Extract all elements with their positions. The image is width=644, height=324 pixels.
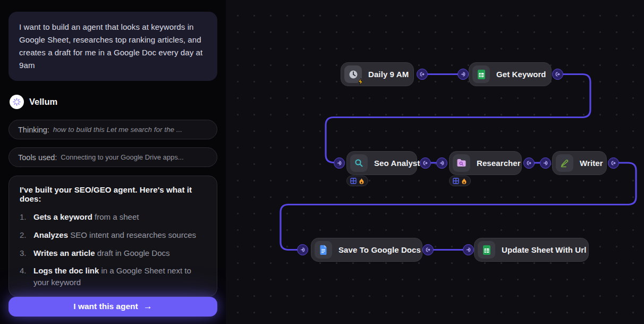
item-text: Logs the doc link in a Google Sheet next… bbox=[33, 265, 206, 288]
node-get-keyword[interactable]: Get Keyword bbox=[469, 62, 552, 86]
magnifier-icon bbox=[350, 154, 368, 172]
tools-used-status[interactable]: Tools used: Connecting to your Google Dr… bbox=[9, 147, 217, 167]
port-in-icon[interactable] bbox=[334, 157, 345, 169]
port-in-icon[interactable] bbox=[540, 157, 551, 169]
port-out-icon[interactable] bbox=[552, 69, 563, 80]
summary-heading: I've built your SEO/GEO agent. Here's wh… bbox=[20, 185, 206, 203]
thinking-status[interactable]: Thinking: how to build this Let me searc… bbox=[9, 120, 217, 139]
pencil-icon bbox=[556, 154, 573, 172]
port-in-icon[interactable] bbox=[463, 244, 474, 255]
google-sheets-icon bbox=[472, 65, 490, 83]
flame-icon bbox=[461, 178, 467, 185]
table-icon bbox=[453, 178, 459, 184]
port-out-icon[interactable] bbox=[608, 157, 619, 169]
vellum-agent-builder: I want to build an agent that looks at k… bbox=[0, 0, 644, 324]
tools-used-text: Connecting to your Google Drive apps... bbox=[61, 153, 183, 161]
port-out-icon[interactable] bbox=[523, 157, 535, 169]
edge-getkeyword-to-seoanalyst bbox=[326, 74, 590, 163]
item-text: Analyzes SEO intent and researches sourc… bbox=[33, 229, 206, 241]
lightning-bolt-icon bbox=[357, 78, 365, 86]
node-label: Save To Google Docs bbox=[338, 245, 421, 254]
node-label: Update Sheet With Url bbox=[502, 245, 586, 254]
port-in-icon[interactable] bbox=[297, 244, 308, 255]
summary-list: 1. Gets a keyword from a sheet 2. Analyz… bbox=[20, 211, 206, 288]
node-save-to-google-docs[interactable]: Save To Google Docs bbox=[311, 238, 422, 262]
thinking-text: how to build this Let me search for the … bbox=[53, 126, 182, 134]
workflow-canvas[interactable]: Daily 9 AM Get Keyword bbox=[226, 0, 644, 324]
tools-used-label: Tools used: bbox=[18, 153, 57, 162]
thinking-label: Thinking: bbox=[18, 126, 49, 134]
flame-icon bbox=[359, 178, 365, 185]
chat-sidebar: I want to build an agent that looks at k… bbox=[0, 0, 226, 324]
node-label: Get Keyword bbox=[496, 70, 546, 79]
list-item: 4. Logs the doc link in a Google Sheet n… bbox=[20, 265, 206, 288]
node-seo-analyst[interactable]: Seo Analyst bbox=[346, 151, 417, 175]
port-out-icon[interactable] bbox=[420, 157, 431, 169]
port-in-icon[interactable] bbox=[436, 157, 447, 169]
list-item: 2. Analyzes SEO intent and researches so… bbox=[20, 229, 206, 241]
google-sheets-icon bbox=[478, 241, 495, 259]
agent-name: Vellum bbox=[29, 97, 57, 107]
item-number: 1. bbox=[20, 211, 33, 223]
google-docs-icon bbox=[315, 241, 332, 259]
item-number: 4. bbox=[20, 265, 33, 288]
list-item: 3. Writes an article draft in Google Doc… bbox=[20, 247, 206, 259]
port-in-icon[interactable] bbox=[457, 69, 469, 80]
node-label: Seo Analyst bbox=[374, 159, 420, 168]
port-out-icon[interactable] bbox=[422, 244, 434, 255]
node-researcher[interactable]: Researcher bbox=[449, 151, 522, 175]
node-writer[interactable]: Writer bbox=[552, 151, 607, 175]
item-text: Writes an article draft in Google Docs bbox=[33, 247, 206, 259]
vellum-iris-icon bbox=[12, 97, 21, 106]
node-daily-9am[interactable]: Daily 9 AM bbox=[341, 62, 414, 86]
list-item: 1. Gets a keyword from a sheet bbox=[20, 211, 206, 223]
cta-label: I want this agent bbox=[73, 302, 138, 311]
user-message: I want to build an agent that looks at k… bbox=[9, 12, 217, 81]
port-out-icon[interactable] bbox=[417, 69, 428, 80]
node-label: Daily 9 AM bbox=[368, 70, 409, 79]
arrow-right-icon: → bbox=[143, 301, 152, 312]
vellum-logo bbox=[10, 95, 24, 109]
table-icon bbox=[350, 178, 357, 184]
node-label: Researcher bbox=[477, 159, 521, 168]
folder-search-icon bbox=[453, 154, 470, 172]
node-label: Writer bbox=[580, 159, 603, 168]
node-update-sheet-with-url[interactable]: Update Sheet With Url bbox=[474, 238, 589, 262]
i-want-this-agent-button[interactable]: I want this agent → bbox=[9, 297, 217, 317]
item-number: 3. bbox=[20, 247, 33, 259]
item-text: Gets a keyword from a sheet bbox=[33, 211, 206, 223]
item-number: 2. bbox=[20, 229, 33, 241]
tools-badge[interactable] bbox=[346, 176, 368, 186]
tools-badge[interactable] bbox=[449, 176, 471, 186]
agent-summary-card: I've built your SEO/GEO agent. Here's wh… bbox=[9, 176, 217, 297]
clock-trigger-icon bbox=[344, 65, 362, 83]
agent-header: Vellum bbox=[10, 95, 217, 109]
